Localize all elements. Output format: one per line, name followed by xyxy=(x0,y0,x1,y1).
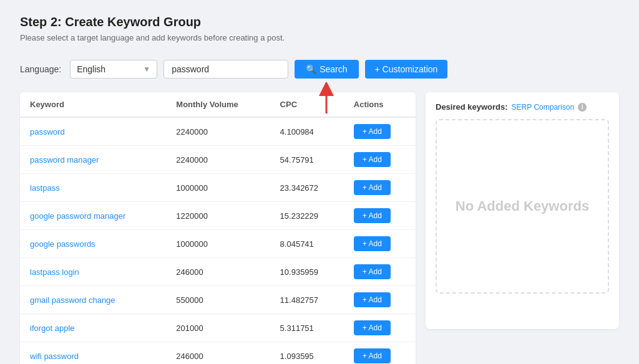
add-keyword-button[interactable]: + Add xyxy=(354,320,391,335)
cell-actions: + Add xyxy=(344,258,416,286)
cell-keyword: password xyxy=(20,117,166,146)
cell-volume: 201000 xyxy=(166,314,270,342)
add-keyword-button[interactable]: + Add xyxy=(354,264,391,279)
cell-volume: 1000000 xyxy=(166,174,270,202)
cell-cpc: 23.342672 xyxy=(270,174,344,202)
cell-volume: 246000 xyxy=(166,342,270,365)
cell-cpc: 5.311751 xyxy=(270,314,344,342)
cell-volume: 1000000 xyxy=(166,230,270,258)
col-keyword: Keyword xyxy=(20,92,166,117)
add-keyword-button[interactable]: + Add xyxy=(354,124,391,139)
cell-cpc: 15.232229 xyxy=(270,202,344,230)
no-keywords-text: No Added Keywords xyxy=(456,198,589,214)
keyword-tbody: password22400004.100984+ Addpassword man… xyxy=(20,117,416,364)
cell-cpc: 10.935959 xyxy=(270,258,344,286)
cell-keyword: password manager xyxy=(20,146,166,174)
add-keyword-button[interactable]: + Add xyxy=(354,208,391,223)
search-icon: 🔍 xyxy=(306,64,316,74)
cell-keyword: google password manager xyxy=(20,202,166,230)
search-button[interactable]: 🔍 Search xyxy=(295,60,358,79)
table-row: gmail password change55000011.482757+ Ad… xyxy=(20,286,416,314)
cell-cpc: 4.100984 xyxy=(270,117,344,146)
customization-button-label: + Customization xyxy=(375,64,438,74)
cell-actions: + Add xyxy=(344,174,416,202)
cell-actions: + Add xyxy=(344,286,416,314)
cell-actions: + Add xyxy=(344,314,416,342)
language-label: Language: xyxy=(20,64,61,74)
keywords-drop-area: No Added Keywords xyxy=(436,119,609,294)
serp-comparison-link[interactable]: SERP Comparison xyxy=(512,103,575,112)
table-header-row: Keyword Monthly Volume CPC Actions xyxy=(20,92,416,117)
main-content: Keyword Monthly Volume CPC Actions passw… xyxy=(20,92,619,364)
cell-cpc: 1.093595 xyxy=(270,342,344,365)
desired-keywords-header: Desired keywords: SERP Comparison i xyxy=(436,102,609,112)
col-cpc: CPC xyxy=(270,92,344,117)
cell-keyword: iforgot apple xyxy=(20,314,166,342)
cell-keyword: lastpass login xyxy=(20,258,166,286)
table-row: google password manager122000015.232229+… xyxy=(20,202,416,230)
cell-cpc: 54.75791 xyxy=(270,146,344,174)
cell-volume: 2240000 xyxy=(166,117,270,146)
search-input[interactable] xyxy=(163,60,288,79)
page-title: Step 2: Create Keyword Group xyxy=(20,15,619,29)
table-row: iforgot apple2010005.311751+ Add xyxy=(20,314,416,342)
table-row: wifi password2460001.093595+ Add xyxy=(20,342,416,365)
cell-actions: + Add xyxy=(344,202,416,230)
cell-volume: 550000 xyxy=(166,286,270,314)
cell-keyword: wifi password xyxy=(20,342,166,365)
cell-volume: 2240000 xyxy=(166,146,270,174)
col-actions: Actions xyxy=(344,92,416,117)
info-icon[interactable]: i xyxy=(578,103,587,112)
table-row: google passwords10000008.045741+ Add xyxy=(20,230,416,258)
search-bar: Language: English ▼ 🔍 Search + Customi xyxy=(20,60,619,79)
cell-actions: + Add xyxy=(344,342,416,365)
page-subtitle: Please select a target language and add … xyxy=(20,33,619,42)
table-row: lastpass100000023.342672+ Add xyxy=(20,174,416,202)
cell-keyword: lastpass xyxy=(20,174,166,202)
add-keyword-button[interactable]: + Add xyxy=(354,348,391,363)
add-keyword-button[interactable]: + Add xyxy=(354,292,391,307)
cell-actions: + Add xyxy=(344,146,416,174)
cell-volume: 1220000 xyxy=(166,202,270,230)
language-value: English xyxy=(77,64,105,74)
cell-keyword: google passwords xyxy=(20,230,166,258)
cell-keyword: gmail password change xyxy=(20,286,166,314)
cell-volume: 246000 xyxy=(166,258,270,286)
search-button-label: Search xyxy=(320,64,347,74)
add-keyword-button[interactable]: + Add xyxy=(354,152,391,167)
col-monthly-volume: Monthly Volume xyxy=(166,92,270,117)
cell-cpc: 11.482757 xyxy=(270,286,344,314)
language-select[interactable]: English ▼ xyxy=(70,60,157,79)
add-keyword-button[interactable]: + Add xyxy=(354,180,391,195)
add-keyword-button[interactable]: + Add xyxy=(354,236,391,251)
desired-keywords-label: Desired keywords: xyxy=(436,102,508,112)
search-btn-wrapper: 🔍 Search xyxy=(295,60,358,79)
chevron-down-icon: ▼ xyxy=(143,65,150,74)
desired-keywords-panel: Desired keywords: SERP Comparison i No A… xyxy=(426,92,619,329)
cell-actions: + Add xyxy=(344,117,416,146)
cell-actions: + Add xyxy=(344,230,416,258)
cell-cpc: 8.045741 xyxy=(270,230,344,258)
table-row: password manager224000054.75791+ Add xyxy=(20,146,416,174)
keyword-table: Keyword Monthly Volume CPC Actions passw… xyxy=(20,92,416,364)
page-container: Step 2: Create Keyword Group Please sele… xyxy=(0,0,639,364)
customization-button[interactable]: + Customization xyxy=(365,60,448,79)
keyword-table-container: Keyword Monthly Volume CPC Actions passw… xyxy=(20,92,416,364)
table-row: password22400004.100984+ Add xyxy=(20,117,416,146)
table-row: lastpass login24600010.935959+ Add xyxy=(20,258,416,286)
